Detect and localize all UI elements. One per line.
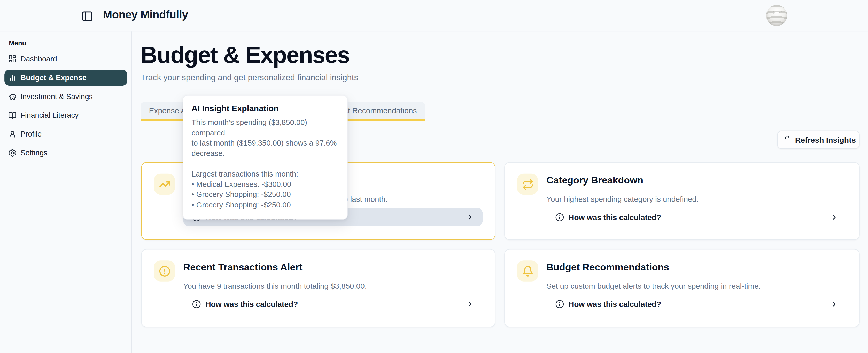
how-calculated-link[interactable]: How was this calculated? [547, 295, 847, 313]
sidebar-item-settings[interactable]: Settings [4, 145, 127, 161]
info-icon [555, 213, 564, 221]
card-category-breakdown: Category Breakdown Your highest spending… [504, 162, 860, 240]
page-title: Budget & Expenses [141, 43, 349, 68]
how-calculated-link[interactable]: How was this calculated? [547, 208, 847, 226]
card-budget-recommendations: Budget Recommendations Set up custom bud… [504, 249, 860, 327]
card-title: Recent Transactions Alert [183, 260, 483, 274]
card-description: You have 9 transactions this month total… [183, 281, 483, 291]
info-icon [555, 299, 564, 308]
panel-left-icon [82, 10, 95, 22]
card-description: Your highest spending category is undefi… [547, 194, 847, 205]
sidebar: Menu Dashboard Budget & Expense Investme… [0, 32, 132, 353]
card-recent-transactions-alert: Recent Transactions Alert You have 9 tra… [141, 249, 495, 327]
popover-body: This month's spending ($3,850.00) compar… [191, 118, 339, 210]
book-open-icon [8, 111, 17, 119]
sidebar-item-dashboard[interactable]: Dashboard [4, 51, 127, 67]
chevron-right-icon [830, 300, 838, 308]
icon-chip [517, 174, 538, 195]
card-description: Set up custom budget alerts to track you… [547, 281, 847, 291]
alert-circle-icon [159, 265, 170, 277]
app-window: Money Mindfully Menu Dashboard Budget & … [0, 0, 868, 353]
sidebar-item-label: Financial Literacy [21, 111, 79, 119]
avatar[interactable] [766, 5, 787, 26]
bar-chart-icon [8, 74, 17, 82]
sidebar-item-financial-literacy[interactable]: Financial Literacy [4, 107, 127, 123]
page-subtitle: Track your spending and get personalized… [141, 72, 358, 82]
sidebar-item-label: Settings [21, 149, 48, 157]
card-title: Category Breakdown [547, 174, 847, 187]
sidebar-item-label: Profile [21, 130, 41, 138]
refresh-insights-button[interactable]: Refresh Insights [777, 131, 860, 149]
sidebar-item-label: Budget & Expense [21, 74, 87, 82]
sidebar-item-investment-savings[interactable]: Investment & Savings [4, 89, 127, 105]
sidebar-item-profile[interactable]: Profile [4, 126, 127, 142]
how-calculated-label: How was this calculated? [568, 299, 661, 308]
ai-insight-popover: AI Insight Explanation This month's spen… [183, 95, 348, 220]
chevron-right-icon [466, 213, 474, 221]
icon-chip [154, 174, 175, 195]
piggy-bank-icon [8, 93, 17, 101]
app-title: Money Mindfully [103, 8, 188, 21]
sidebar-nav-list: Dashboard Budget & Expense Investment & … [4, 51, 127, 164]
chevron-right-icon [466, 300, 474, 308]
chevron-right-icon [830, 213, 838, 221]
dashboard-icon [8, 55, 17, 63]
sidebar-item-budget-expense[interactable]: Budget & Expense [4, 70, 127, 86]
sidebar-item-label: Dashboard [21, 55, 57, 63]
how-calculated-link[interactable]: How was this calculated? [183, 295, 483, 313]
card-title: Budget Recommendations [547, 260, 847, 274]
icon-chip [517, 260, 538, 281]
sidebar-toggle-button[interactable] [82, 9, 95, 23]
refresh-icon [785, 136, 789, 144]
how-calculated-label: How was this calculated? [568, 213, 661, 221]
icon-chip [154, 260, 175, 281]
repeat-icon [522, 178, 533, 190]
sidebar-section-label: Menu [9, 39, 26, 47]
bell-icon [522, 265, 533, 277]
gear-icon [8, 149, 17, 157]
info-icon [192, 299, 201, 308]
trending-up-icon [159, 178, 170, 190]
user-icon [8, 130, 17, 138]
how-calculated-label: How was this calculated? [206, 299, 298, 308]
popover-title: AI Insight Explanation [191, 103, 339, 113]
refresh-insights-label: Refresh Insights [795, 135, 856, 144]
sidebar-item-label: Investment & Savings [21, 93, 93, 101]
app-header: Money Mindfully [0, 0, 868, 32]
